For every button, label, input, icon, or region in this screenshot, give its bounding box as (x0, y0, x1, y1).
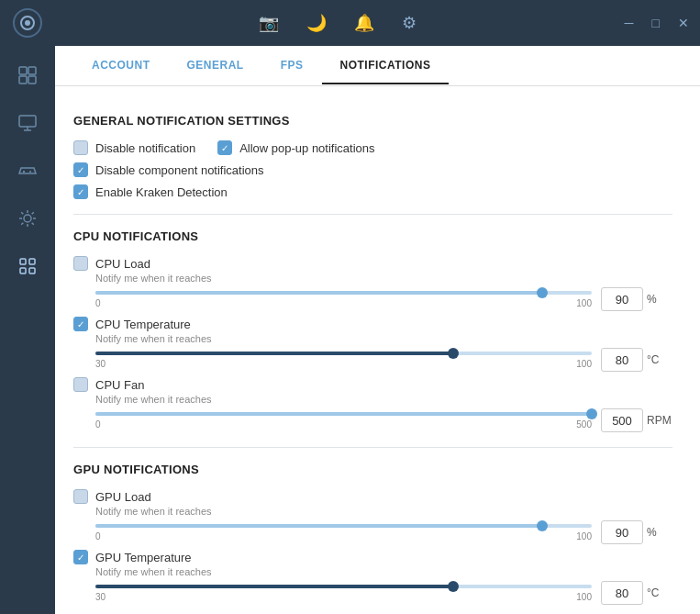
cpu-fan-slider-thumb[interactable] (586, 408, 597, 419)
gpu-temperature-header: ✓ GPU Temperature (73, 550, 672, 564)
cpu-load-checkbox[interactable] (73, 256, 88, 271)
gpu-temperature-slider-thumb[interactable] (448, 581, 459, 592)
content-area: ACCOUNT GENERAL FPS NOTIFICATIONS GENERA… (55, 46, 700, 614)
cpu-load-max-label: 100 (576, 298, 592, 308)
svg-rect-5 (28, 76, 36, 84)
gpu-load-slider-labels: 0 100 (95, 531, 592, 541)
cpu-temperature-checkbox[interactable]: ✓ (73, 317, 88, 331)
cpu-temperature-value-group: °C (601, 348, 672, 372)
gpu-temperature-subtext: Notify me when it reaches (95, 566, 672, 577)
scroll-area[interactable]: GENERAL NOTIFICATION SETTINGS Disable no… (55, 86, 700, 614)
gpu-temperature-unit: °C (647, 586, 672, 599)
cpu-load-value-input[interactable] (601, 287, 643, 311)
gpu-load-slider-track (95, 524, 592, 528)
cpu-fan-header: CPU Fan (73, 377, 672, 392)
cpu-temperature-label: CPU Temperature (95, 318, 191, 331)
bell-icon[interactable]: 🔔 (354, 13, 374, 33)
cpu-fan-subtext: Notify me when it reaches (95, 394, 672, 405)
cpu-fan-slider-track (95, 412, 592, 416)
gpu-temperature-checkbox[interactable]: ✓ (73, 550, 88, 564)
svg-point-12 (24, 215, 31, 222)
cpu-load-slider-thumb[interactable] (537, 287, 548, 298)
cpu-load-subtext: Notify me when it reaches (95, 273, 672, 284)
allow-popup-label: Allow pop-up notifications (239, 141, 374, 155)
cpu-fan-unit: RPM (647, 414, 672, 427)
gpu-load-slider-container: 0 100 (95, 524, 592, 541)
gpu-load-label: GPU Load (95, 490, 151, 504)
sidebar-item-gamepad[interactable] (7, 151, 48, 191)
sidebar-item-monitor[interactable] (7, 103, 48, 143)
cpu-temperature-slider-thumb[interactable] (448, 348, 459, 359)
svg-rect-22 (29, 259, 35, 264)
cpu-temperature-unit: °C (647, 353, 672, 366)
sidebar-item-brightness[interactable] (7, 198, 48, 239)
close-button[interactable]: ✕ (674, 14, 693, 32)
enable-kraken-checkbox[interactable]: ✓ (73, 184, 88, 199)
gpu-temperature-label: GPU Temperature (95, 551, 192, 564)
gpu-temperature-value-input[interactable] (601, 581, 643, 605)
app-logo (13, 8, 42, 38)
camera-icon[interactable]: 📷 (259, 13, 279, 33)
svg-rect-2 (19, 67, 27, 74)
gpu-load-slider-fill (95, 524, 542, 528)
svg-rect-6 (19, 116, 36, 127)
disable-component-checkbox[interactable]: ✓ (73, 162, 88, 177)
gpu-load-checkbox[interactable] (73, 489, 88, 504)
cpu-temperature-item: ✓ CPU Temperature Notify me when it reac… (73, 317, 672, 372)
tab-account[interactable]: ACCOUNT (73, 48, 169, 84)
sidebar-item-dashboard[interactable] (7, 55, 48, 95)
gear-icon[interactable]: ⚙ (402, 13, 417, 33)
minimize-button[interactable]: ─ (621, 14, 638, 32)
cpu-fan-value-input[interactable] (601, 408, 643, 432)
gpu-temperature-max-label: 100 (576, 592, 592, 602)
cpu-temperature-header: ✓ CPU Temperature (73, 317, 672, 331)
maximize-button[interactable]: □ (649, 14, 663, 32)
cpu-fan-slider-fill (95, 412, 592, 416)
cpu-temperature-max-label: 100 (576, 359, 592, 369)
cpu-load-item: CPU Load Notify me when it reaches 0 (73, 256, 672, 311)
svg-rect-4 (19, 76, 27, 84)
cpu-load-value-group: % (601, 287, 672, 311)
general-notifications-row1: Disable notification ✓ Allow pop-up noti… (73, 140, 672, 162)
allow-popup-checkbox[interactable]: ✓ (217, 140, 232, 155)
svg-line-20 (21, 223, 23, 225)
gpu-temperature-slider-track (95, 585, 592, 588)
sidebar-item-settings[interactable] (7, 246, 48, 286)
svg-line-19 (32, 212, 34, 214)
gpu-temperature-value-group: °C (601, 581, 672, 605)
tab-bar: ACCOUNT GENERAL FPS NOTIFICATIONS (55, 46, 700, 86)
cpu-fan-value-group: RPM (601, 408, 672, 432)
general-notifications-header: GENERAL NOTIFICATION SETTINGS (73, 114, 672, 128)
tab-general[interactable]: GENERAL (169, 48, 262, 84)
cpu-temperature-slider-labels: 30 100 (95, 359, 592, 369)
cpu-fan-slider-labels: 0 500 (95, 419, 592, 430)
svg-rect-3 (28, 67, 36, 74)
gpu-load-header: GPU Load (73, 489, 672, 504)
disable-notification-checkbox[interactable] (73, 140, 88, 155)
cpu-temperature-slider-row: 30 100 °C (95, 348, 672, 372)
gpu-temperature-item: ✓ GPU Temperature Notify me when it reac… (73, 550, 672, 605)
gpu-temperature-min-label: 30 (95, 592, 106, 602)
cpu-temperature-value-input[interactable] (601, 348, 643, 372)
cpu-load-slider-fill (95, 291, 542, 295)
svg-line-17 (21, 212, 23, 214)
moon-icon[interactable]: 🌙 (306, 13, 327, 33)
cpu-load-slider-row: 0 100 % (95, 287, 672, 311)
tab-fps[interactable]: FPS (262, 48, 322, 84)
disable-notification-row: Disable notification (73, 140, 195, 155)
gpu-load-min-label: 0 (95, 531, 101, 541)
gpu-load-value-input[interactable] (601, 520, 643, 544)
cpu-fan-checkbox[interactable] (73, 377, 88, 392)
gpu-load-value-group: % (601, 520, 672, 544)
cpu-load-slider-container: 0 100 (95, 291, 592, 308)
svg-rect-23 (20, 268, 26, 274)
tab-notifications[interactable]: NOTIFICATIONS (322, 48, 450, 84)
gpu-notifications-header: GPU NOTIFICATIONS (73, 463, 672, 476)
titlebar-logo-area (0, 8, 55, 38)
gpu-load-max-label: 100 (576, 531, 592, 541)
cpu-temperature-min-label: 30 (95, 359, 106, 369)
gpu-load-slider-thumb[interactable] (537, 520, 548, 531)
cpu-fan-item: CPU Fan Notify me when it reaches 0 (73, 377, 672, 432)
cpu-load-slider-track (95, 291, 592, 295)
gpu-temperature-slider-fill (95, 585, 453, 588)
